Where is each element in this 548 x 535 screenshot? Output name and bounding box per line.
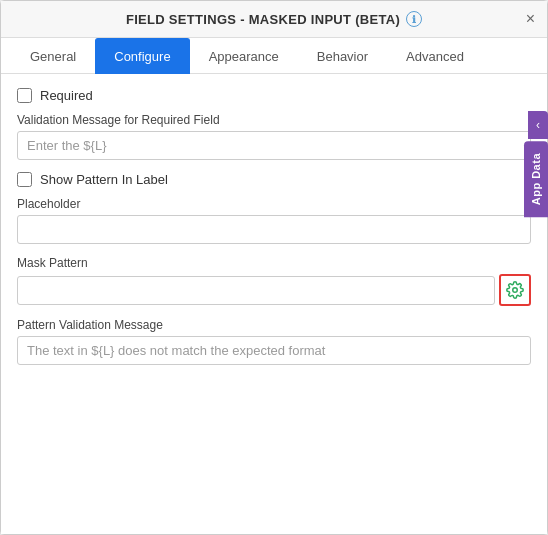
tab-behavior[interactable]: Behavior: [298, 38, 387, 74]
modal-header: FIELD SETTINGS - MASKED INPUT (BETA) ℹ ×: [1, 1, 547, 38]
mask-pattern-input-group: [17, 274, 531, 306]
pattern-validation-input[interactable]: [17, 336, 531, 365]
app-data-tab[interactable]: App Data: [524, 141, 548, 217]
placeholder-label: Placeholder: [17, 197, 531, 211]
required-checkbox[interactable]: [17, 88, 32, 103]
validation-message-label: Validation Message for Required Field: [17, 113, 531, 127]
tab-advanced[interactable]: Advanced: [387, 38, 483, 74]
required-row: Required: [17, 88, 531, 103]
placeholder-input[interactable]: [17, 215, 531, 244]
mask-pattern-label: Mask Pattern: [17, 256, 531, 270]
tab-general[interactable]: General: [11, 38, 95, 74]
info-icon[interactable]: ℹ: [406, 11, 422, 27]
pattern-validation-label: Pattern Validation Message: [17, 318, 531, 332]
validation-message-row: Validation Message for Required Field: [17, 113, 531, 160]
app-data-chevron[interactable]: ‹: [528, 111, 548, 139]
mask-pattern-gear-button[interactable]: [499, 274, 531, 306]
show-pattern-checkbox[interactable]: [17, 172, 32, 187]
tab-appearance[interactable]: Appearance: [190, 38, 298, 74]
close-button[interactable]: ×: [526, 11, 535, 27]
mask-pattern-input[interactable]: [17, 276, 495, 305]
required-label[interactable]: Required: [40, 88, 93, 103]
mask-pattern-row: Mask Pattern: [17, 256, 531, 306]
field-settings-modal: FIELD SETTINGS - MASKED INPUT (BETA) ℹ ×…: [0, 0, 548, 535]
tab-configure[interactable]: Configure: [95, 38, 189, 74]
svg-point-0: [513, 288, 518, 293]
validation-message-input[interactable]: [17, 131, 531, 160]
pattern-validation-row: Pattern Validation Message: [17, 318, 531, 365]
placeholder-row: Placeholder: [17, 197, 531, 244]
tabs-bar: General Configure Appearance Behavior Ad…: [1, 38, 547, 74]
show-pattern-row: Show Pattern In Label: [17, 172, 531, 187]
modal-title: FIELD SETTINGS - MASKED INPUT (BETA): [126, 12, 400, 27]
show-pattern-label[interactable]: Show Pattern In Label: [40, 172, 168, 187]
modal-body: Required Validation Message for Required…: [1, 74, 547, 534]
gear-icon: [506, 281, 524, 299]
